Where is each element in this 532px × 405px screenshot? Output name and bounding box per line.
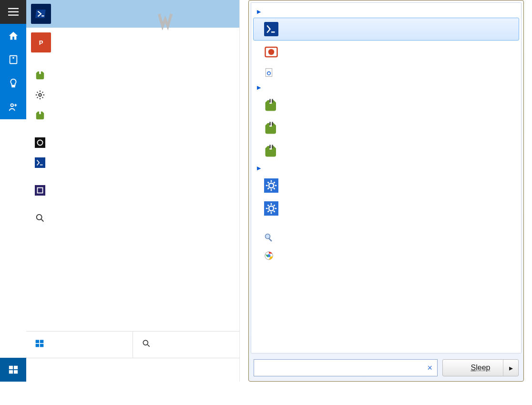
power-plug-icon [263,96,280,114]
search-input[interactable] [26,358,239,382]
result-powerdirector[interactable] [26,133,239,153]
section-settings [26,57,239,65]
windows-icon [35,339,44,351]
svg-point-4 [12,57,14,59]
classic-shell-panel: ▶ ▶ [248,0,524,382]
result-powershell-ise[interactable] [26,153,239,173]
best-match-result[interactable] [26,0,239,28]
svg-rect-27 [269,99,271,103]
section-apps [26,125,239,133]
search-input[interactable] [254,363,422,373]
filter-web[interactable] [133,332,239,358]
win10-filter-bar [26,331,239,358]
svg-rect-30 [272,122,273,126]
win10-search-bar [26,358,239,382]
powershell-ise-icon [34,156,46,169]
app-icon [34,136,46,149]
svg-rect-0 [8,8,19,9]
storage-icon[interactable] [0,48,26,72]
filter-my-stuff[interactable] [26,332,133,358]
result-powerpoint-2007[interactable] [253,41,519,63]
result-powershell[interactable] [253,18,519,41]
result-choose-plan[interactable] [253,139,519,162]
svg-rect-29 [269,122,271,126]
group-programs[interactable]: ▶ [253,6,519,18]
svg-rect-32 [272,145,273,149]
sleep-label: Sleep [471,363,491,372]
lightbulb-icon[interactable] [0,72,26,95]
result-powerpoint-mobile[interactable]: P [26,28,239,57]
svg-rect-3 [10,56,17,64]
group-settings[interactable]: ▶ [253,82,519,93]
chrome-icon [263,249,275,262]
svg-rect-28 [272,99,273,103]
svg-rect-14 [35,185,45,196]
win10-results-column: P [26,0,240,382]
search-internet[interactable] [253,247,519,265]
hamburger-menu-button[interactable] [0,0,26,24]
power-icon [34,69,46,81]
svg-rect-6 [9,366,12,369]
settings-gear-icon [263,200,280,217]
start-button[interactable] [0,358,26,382]
svg-rect-1 [8,11,19,12]
classic-bottom-bar: × Sleep ▸ [251,356,522,379]
svg-rect-19 [36,344,40,347]
comparison-caption [0,382,532,387]
result-power-options[interactable] [26,65,239,85]
expand-arrow-icon: ▶ [257,84,261,91]
section-web [26,200,239,208]
section-store [26,173,239,180]
svg-point-16 [37,215,42,220]
cpl-file-icon [263,66,275,79]
svg-rect-7 [13,366,17,369]
result-screen-off[interactable] [253,174,519,197]
shutdown-options-arrow[interactable]: ▸ [503,360,518,376]
result-power-planner[interactable] [26,180,239,200]
result-power-buttons[interactable] [253,116,519,139]
result-power-sleep[interactable] [26,85,239,105]
planner-icon [34,184,46,197]
power-plug-icon [263,142,280,159]
svg-rect-9 [13,370,17,374]
svg-point-24 [268,49,275,55]
powerpoint-icon [263,43,280,61]
result-lock-slideshow[interactable] [253,197,519,220]
svg-point-5 [10,104,13,107]
win10-sidebar [0,0,26,382]
expand-arrow-icon: ▶ [257,9,261,15]
svg-rect-17 [36,340,40,343]
svg-rect-22 [264,22,278,36]
power-icon [34,109,46,121]
search-icon [142,339,151,351]
svg-rect-20 [40,344,44,347]
svg-rect-11 [35,137,45,148]
svg-rect-31 [269,145,271,149]
svg-point-21 [143,340,148,345]
svg-rect-2 [8,15,19,16]
group-pc-settings[interactable]: ▶ [253,162,519,174]
home-icon[interactable] [0,24,26,48]
gear-icon [34,89,46,101]
result-powerball[interactable] [26,208,239,228]
result-choose-plan[interactable] [26,105,239,125]
search-icon [34,212,46,224]
see-more-results[interactable] [253,228,519,247]
settings-gear-icon [263,177,280,194]
svg-point-10 [39,93,41,96]
result-power-options[interactable] [253,93,519,116]
svg-rect-18 [40,340,44,343]
sleep-button[interactable]: Sleep ▸ [442,359,519,376]
power-plug-icon [263,119,280,136]
result-powercfg[interactable] [253,63,519,82]
clear-search-button[interactable]: × [422,363,437,373]
powershell-icon [263,21,280,38]
powershell-icon [31,4,51,24]
magnifier-icon [263,231,275,244]
classic-search-box: × [254,359,438,376]
powerpoint-icon: P [31,32,51,52]
win10-search-panel: P [0,0,240,382]
svg-rect-38 [268,238,272,242]
feedback-icon[interactable] [0,95,26,119]
svg-rect-8 [9,370,12,374]
